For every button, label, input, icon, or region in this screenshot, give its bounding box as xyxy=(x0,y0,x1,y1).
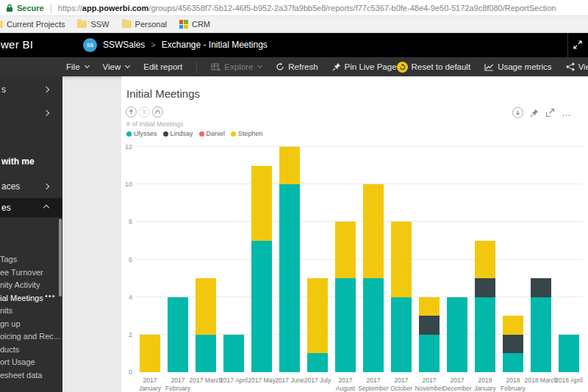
sidebar-item-label: oicing and Rec... xyxy=(0,332,60,341)
bar-2018-january[interactable] xyxy=(475,147,495,372)
segment-stephen[interactable] xyxy=(419,297,440,316)
bar-2017-august[interactable] xyxy=(335,147,356,372)
sidebar-nav-item-1[interactable] xyxy=(0,106,62,120)
bookmark-ssw[interactable]: SSW xyxy=(77,20,109,29)
toolbar-usage-metrics-button[interactable]: Usage metrics xyxy=(484,62,552,71)
pin-visual-icon[interactable] xyxy=(530,109,539,117)
bar-2017-september[interactable] xyxy=(363,147,384,372)
segment-ulysses[interactable] xyxy=(503,353,523,372)
breadcrumb-workspace[interactable]: SSWSales xyxy=(103,40,145,50)
toolbar-edit-report-button[interactable]: Edit report xyxy=(143,62,182,71)
sidebar-nav-with-me[interactable]: with me xyxy=(0,154,62,169)
x-axis-label: 2018 April xyxy=(548,377,588,385)
sidebar-item-ort-usage[interactable]: ort Usage xyxy=(0,357,62,369)
segment-ulysses[interactable] xyxy=(531,297,551,372)
segment-ulysses[interactable] xyxy=(279,184,300,372)
toolbar-refresh-button[interactable]: Refresh xyxy=(276,62,318,71)
bar-2018-april[interactable] xyxy=(559,147,579,372)
bar-2017-november[interactable] xyxy=(419,147,440,372)
segment-ulysses[interactable] xyxy=(447,297,467,372)
segment-ulysses[interactable] xyxy=(251,241,272,372)
segment-stephen[interactable] xyxy=(391,222,412,297)
sidebar-item-gn-up[interactable]: gn up xyxy=(0,319,62,330)
toolbar-file-button[interactable]: File xyxy=(66,62,89,71)
drill-down-icon[interactable] xyxy=(512,107,523,118)
toolbar-reset-to-default-button[interactable]: Reset to default xyxy=(397,62,471,73)
bar-2017-january[interactable] xyxy=(140,147,160,372)
nav-label: with me xyxy=(1,156,35,167)
sidebar-item-ial-meetings[interactable]: ial Meetings••• xyxy=(0,294,62,305)
focus-mode-icon[interactable] xyxy=(545,108,555,117)
segment-stephen[interactable] xyxy=(475,241,495,278)
bookmark-crm[interactable]: CRM xyxy=(179,20,210,29)
segment-stephen[interactable] xyxy=(307,278,328,353)
segment-lindsay[interactable] xyxy=(503,335,523,354)
sidebar-nav-aces[interactable]: aces xyxy=(0,179,62,194)
sidebar-item-esheet-data[interactable]: esheet data xyxy=(0,371,62,382)
chevron-down-icon xyxy=(84,63,89,68)
bar-2017-july[interactable] xyxy=(307,147,328,372)
segment-ulysses[interactable] xyxy=(168,297,188,372)
segment-ulysses[interactable] xyxy=(391,297,412,372)
bar-2017-april[interactable] xyxy=(223,147,244,372)
sidebar-item-ducts[interactable]: ducts xyxy=(0,345,62,356)
url-text[interactable]: https://app.powerbi.com/groups/456358f7-… xyxy=(58,4,556,12)
workspace-avatar[interactable]: SS xyxy=(83,38,97,52)
sidebar-item-tags[interactable]: Tags xyxy=(0,255,62,266)
toolbar-button-label: View xyxy=(103,62,121,71)
bookmark-personal[interactable]: Personal xyxy=(122,20,167,29)
segment-stephen[interactable] xyxy=(279,147,300,184)
bar-2017-december[interactable] xyxy=(447,147,467,372)
browser-address-bar[interactable]: Secure | https://app.powerbi.com/groups/… xyxy=(0,0,588,16)
bar-2017-february[interactable] xyxy=(168,147,188,372)
bar-2017-june[interactable] xyxy=(279,147,300,372)
bar-2017-october[interactable] xyxy=(391,147,412,372)
sidebar-item-nity-activity[interactable]: nity Activity xyxy=(0,280,62,291)
segment-lindsay[interactable] xyxy=(419,316,440,335)
toolbar-view-button[interactable]: View xyxy=(103,62,130,71)
segment-stephen[interactable] xyxy=(503,316,523,335)
fullscreen-icon[interactable] xyxy=(572,39,584,51)
expand-all-icon[interactable] xyxy=(152,106,163,117)
segment-ulysses[interactable] xyxy=(335,278,356,372)
segment-ulysses[interactable] xyxy=(196,335,216,372)
segment-stephen[interactable] xyxy=(251,166,272,241)
legend-item-stephen[interactable]: Stephen xyxy=(231,130,263,137)
bar-2018-march[interactable] xyxy=(531,147,551,372)
bookmark-current-projects[interactable]: Current Projects xyxy=(1,20,65,29)
segment-lindsay[interactable] xyxy=(531,278,551,297)
legend-item-ulysses[interactable]: Ulysses xyxy=(126,130,157,137)
segment-ulysses[interactable] xyxy=(419,335,440,372)
sidebar-nav-es[interactable]: es xyxy=(0,198,62,217)
sidebar-item-oicing-and-rec[interactable]: oicing and Rec... xyxy=(0,332,62,343)
toolbar-view-related-button[interactable]: View related xyxy=(566,62,588,71)
bar-2017-may[interactable] xyxy=(251,147,272,372)
segment-ulysses[interactable] xyxy=(363,278,384,372)
toolbar-pin-live-page-button[interactable]: Pin Live Page xyxy=(332,62,397,71)
toolbar-explore-button[interactable]: Explore xyxy=(211,62,262,71)
segment-stephen[interactable] xyxy=(140,335,160,372)
bar-2017-march[interactable] xyxy=(196,147,216,372)
folder-icon xyxy=(122,21,132,28)
legend-item-lindsay[interactable]: Lindsay xyxy=(163,130,193,137)
segment-lindsay[interactable] xyxy=(475,278,495,297)
segment-ulysses[interactable] xyxy=(475,297,495,372)
segment-stephen[interactable] xyxy=(196,278,216,335)
sidebar-item-nits[interactable]: nits xyxy=(0,306,62,317)
powerbi-logo[interactable]: Power BI xyxy=(0,38,33,51)
segment-stephen[interactable] xyxy=(363,184,384,278)
segment-ulysses[interactable] xyxy=(307,353,328,372)
more-options-icon[interactable]: ••• xyxy=(45,291,56,300)
toolbar-button-label: Pin Live Page xyxy=(345,62,397,71)
sidebar-nav-s[interactable]: s xyxy=(0,82,62,97)
segment-stephen[interactable] xyxy=(335,222,356,278)
legend-item-daniel[interactable]: Daniel xyxy=(199,130,226,137)
segment-ulysses[interactable] xyxy=(223,335,244,372)
segment-ulysses[interactable] xyxy=(559,335,579,372)
sidebar-item-ee-turnover[interactable]: ee Turnover xyxy=(0,268,62,279)
more-options-icon[interactable]: … xyxy=(562,109,572,117)
drill-up-icon[interactable] xyxy=(126,106,137,117)
breadcrumb-report[interactable]: Exchange - Initial Meetings xyxy=(162,40,268,50)
bar-2018-february[interactable] xyxy=(503,147,523,372)
drill-next-level-icon[interactable] xyxy=(139,106,150,117)
